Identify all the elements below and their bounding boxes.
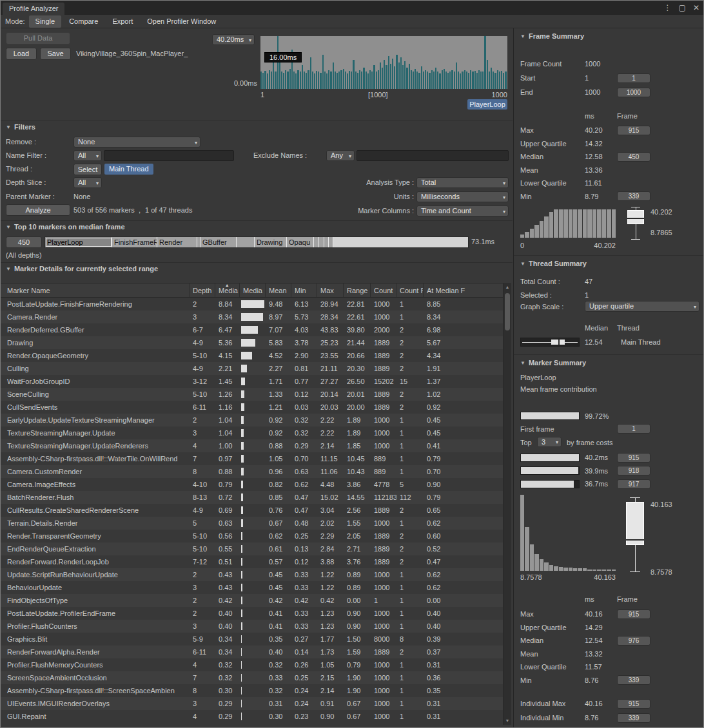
table-row[interactable]: Profiler.FlushMemoryCounters40.320.320.2… (1, 658, 503, 671)
frame-link-button[interactable]: 339 (617, 191, 650, 201)
top10-segment[interactable]: FinishFrameR (112, 237, 157, 247)
top10-segment[interactable] (329, 237, 333, 247)
column-header-median[interactable]: ▲Media (215, 283, 240, 297)
frame-range-dropdown[interactable]: 40.20ms ▾ (212, 34, 255, 45)
top10-segment[interactable] (319, 237, 324, 247)
table-row[interactable]: BehaviourUpdate30.430.450.331.220.891000… (1, 581, 503, 594)
table-row[interactable]: EarlyUpdate.UpdateTextureStreamingManage… (1, 414, 503, 426)
analysis-type-dropdown[interactable]: Total ▾ (416, 177, 509, 188)
pull-data-button[interactable]: Pull Data (6, 32, 70, 44)
table-row[interactable]: RenderForward.RenderLoopJob7-120.510.570… (1, 555, 503, 568)
table-row[interactable]: Profiler.FlushCounters30.400.410.331.230… (1, 620, 503, 633)
mode-compare-button[interactable]: Compare (63, 15, 104, 28)
table-row[interactable]: Render.OpaqueGeometry5-104.154.522.9023.… (1, 349, 503, 362)
thread-select-button[interactable]: Select (73, 164, 102, 175)
top10-segment[interactable]: GBuffer (200, 237, 237, 247)
chart-legend-playerloop[interactable]: PlayerLoop (467, 99, 507, 110)
maximize-icon[interactable]: ▢ (679, 3, 686, 12)
open-profiler-window-button[interactable]: Open Profiler Window (141, 15, 222, 28)
name-filter-input[interactable] (104, 150, 234, 161)
name-filter-scope-dropdown[interactable]: All ▾ (73, 150, 102, 161)
top-count-dropdown[interactable]: 3 ▾ (537, 437, 562, 447)
frame-link-button[interactable]: 1 (617, 424, 650, 434)
frame-link-button[interactable]: 1 (617, 73, 650, 83)
table-row[interactable]: Drawing4-95.365.833.7825.2321.44188925.6… (1, 336, 503, 349)
scrollbar-thumb[interactable] (505, 293, 510, 330)
tab-profile-analyzer[interactable]: Profile Analyzer (3, 3, 64, 15)
top10-segment[interactable] (237, 237, 255, 247)
exclude-scope-dropdown[interactable]: Any ▾ (326, 150, 355, 161)
table-row[interactable]: Assembly-CSharp-firstpass.dll!::ScreenSp… (1, 684, 503, 697)
frame-summary-header[interactable]: ▼Frame Summary (520, 32, 584, 40)
table-row[interactable]: RenderDeferred.GBuffer6-76.477.074.0343.… (1, 323, 503, 336)
table-row[interactable]: UIEvents.IMGUIRenderOverlays30.290.310.2… (1, 697, 503, 710)
mode-single-button[interactable]: Single (29, 15, 62, 28)
marker-columns-dropdown[interactable]: Time and Count ▾ (416, 206, 509, 216)
table-row[interactable]: Culling4-92.212.270.8121.1120.30188921.9… (1, 362, 503, 375)
table-row[interactable]: Camera.Render38.348.975.7328.3422.611000… (1, 311, 503, 323)
top10-bar[interactable]: PlayerLoopFinishFrameRRenderGBufferDrawi… (44, 236, 469, 248)
frame-link-button[interactable]: 918 (617, 466, 650, 475)
save-button[interactable]: Save (40, 48, 71, 60)
thread-row[interactable]: 12.54 Main Thread (514, 336, 704, 349)
top10-segment[interactable] (314, 237, 319, 247)
column-header-count-frame[interactable]: Count Fra (396, 283, 424, 297)
top10-segment[interactable]: Drawing (255, 237, 287, 247)
table-row[interactable]: CullResults.CreateSharedRendererScene4-9… (1, 504, 503, 517)
load-button[interactable]: Load (6, 48, 37, 60)
column-header-min[interactable]: Min (291, 283, 317, 297)
table-row[interactable]: Render.TransparentGeometry5-100.560.620.… (1, 530, 503, 542)
top10-segment[interactable]: Render (157, 237, 197, 247)
table-scrollbar[interactable]: ▲ ▼ (503, 283, 511, 725)
table-row[interactable]: FindObjectsOfType20.420.420.420.420.0011… (1, 594, 503, 607)
column-header-at-median[interactable]: At Median F (424, 283, 503, 297)
table-row[interactable]: Camera.CustomRender80.880.960.6311.0610.… (1, 465, 503, 478)
frame-link-button[interactable]: 915 (617, 699, 650, 709)
frame-link-button[interactable]: 1000 (617, 88, 650, 97)
table-row[interactable]: PostLateUpdate.ProfilerEndFrame20.400.41… (1, 607, 503, 620)
kebab-menu-icon[interactable]: ⋮ (664, 3, 672, 12)
graph-scale-dropdown[interactable]: Upper quartile ▾ (585, 301, 699, 312)
filters-section-header[interactable]: ▼Filters (6, 123, 35, 131)
frame-link-button[interactable]: 915 (617, 126, 650, 135)
table-row[interactable]: Assembly-CSharp-firstpass.dll!::WaterTil… (1, 452, 503, 465)
table-row[interactable]: RenderForwardAlpha.Render6-110.340.400.1… (1, 646, 503, 658)
table-row[interactable]: GUI.Repaint40.290.300.230.900.67100010.3… (1, 710, 503, 723)
marker-summary-header[interactable]: ▼Marker Summary (520, 359, 586, 367)
column-header-count[interactable]: Count (371, 283, 396, 297)
table-row[interactable]: TextureStreamingManager.Update31.040.920… (1, 426, 503, 439)
remove-dropdown[interactable]: None ▾ (73, 137, 200, 148)
top10-section-header[interactable]: ▼Top 10 markers on median frame (6, 223, 125, 231)
scroll-down-icon[interactable]: ▼ (504, 718, 511, 723)
table-row[interactable]: WaitForJobGroupID3-121.451.710.7727.2726… (1, 375, 503, 388)
table-row[interactable]: BatchRenderer.Flush8-130.720.850.4715.02… (1, 491, 503, 504)
marker-details-section-header[interactable]: ▼Marker Details for currently selected r… (6, 265, 158, 273)
table-row[interactable]: CullSendEvents6-111.161.210.0320.0320.00… (1, 401, 503, 414)
table-row[interactable]: PostLateUpdate.FinishFrameRendering28.84… (1, 298, 503, 311)
column-header-marker-name[interactable]: Marker Name (1, 283, 190, 297)
top10-segment[interactable]: Opaqu (287, 237, 314, 247)
table-row[interactable]: TextureStreamingManager.UpdateRenderers4… (1, 439, 503, 452)
table-row[interactable]: ScreenSpaceAmbientOcclusion70.320.330.25… (1, 671, 503, 684)
frame-link-button[interactable]: 917 (617, 479, 650, 489)
column-header-mean[interactable]: Mean (266, 283, 291, 297)
frame-time-chart[interactable]: 16.00ms (260, 36, 507, 89)
frame-link-button[interactable]: 450 (617, 152, 650, 162)
table-row[interactable]: Camera.ImageEffects4-100.790.820.624.483… (1, 478, 503, 491)
frame-link-button[interactable]: 915 (617, 609, 650, 619)
thread-filter-chip[interactable]: Main Thread (104, 164, 153, 175)
top10-segment[interactable] (324, 237, 329, 247)
export-button[interactable]: Export (106, 15, 139, 28)
frame-link-button[interactable]: 976 (617, 636, 650, 646)
table-row[interactable]: Update.ScriptRunBehaviourUpdate20.430.45… (1, 568, 503, 581)
scroll-up-icon[interactable]: ▲ (504, 285, 511, 289)
units-dropdown[interactable]: Milliseconds ▾ (416, 191, 509, 202)
table-row[interactable]: SceneCulling5-101.261.330.1220.1420.0118… (1, 388, 503, 401)
table-row[interactable]: Graphics.Blit5-90.340.350.271.771.508000… (1, 633, 503, 646)
frame-link-button[interactable]: 339 (617, 675, 650, 685)
thread-summary-header[interactable]: ▼Thread Summary (520, 260, 587, 267)
close-icon[interactable]: ✕ (693, 3, 699, 12)
exclude-names-input[interactable] (357, 150, 509, 161)
top10-segment[interactable]: PlayerLoop (45, 237, 112, 247)
top10-frame-button[interactable]: 450 (6, 236, 42, 248)
